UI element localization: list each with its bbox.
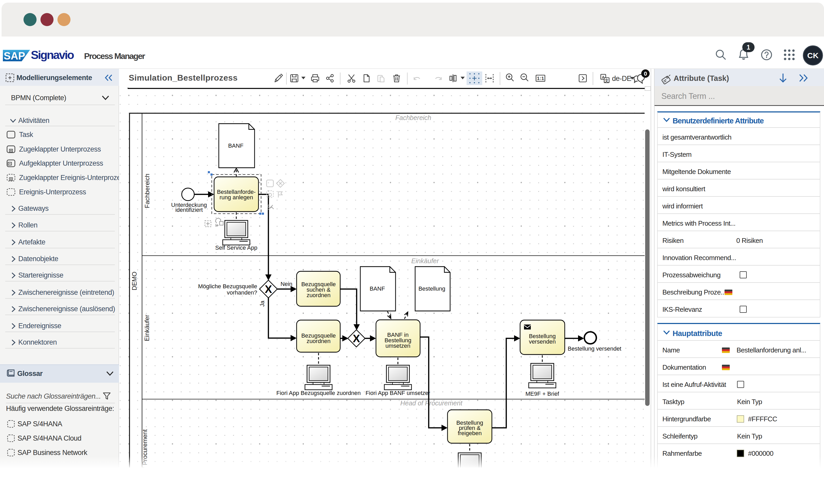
- svg-text:Nein: Nein: [281, 281, 292, 287]
- svg-text:Self Service App: Self Service App: [215, 244, 257, 251]
- svg-text:identifiziert: identifiziert: [175, 207, 203, 213]
- svg-text:rung anlegen: rung anlegen: [220, 194, 253, 201]
- svg-text:Fachbereich: Fachbereich: [395, 114, 431, 121]
- svg-text:1:1: 1:1: [537, 76, 544, 81]
- svg-text:versenden: versenden: [529, 338, 556, 345]
- svg-text:umsetzen: umsetzen: [385, 343, 410, 349]
- svg-text:Mögliche Bezugsquelle: Mögliche Bezugsquelle: [198, 283, 257, 289]
- svg-text:freigeben: freigeben: [458, 430, 482, 436]
- svg-text:Head of Procurement: Head of Procurement: [400, 399, 462, 407]
- svg-text:0: 0: [644, 71, 647, 77]
- svg-text:vorhanden?: vorhanden?: [227, 289, 257, 296]
- svg-text:Einkäufer: Einkäufer: [143, 314, 150, 341]
- svg-text:文: 文: [604, 78, 609, 83]
- svg-text:Ja: Ja: [259, 300, 266, 307]
- svg-text:DEMO: DEMO: [131, 272, 138, 290]
- svg-text:zuordnen: zuordnen: [307, 338, 330, 344]
- svg-text:zuordnen: zuordnen: [307, 292, 330, 298]
- svg-text:SAP: SAP: [4, 50, 25, 61]
- svg-text:Fachbereich: Fachbereich: [143, 174, 150, 208]
- svg-text:de-DE: de-DE: [612, 75, 631, 83]
- svg-text:Bestellung versendet: Bestellung versendet: [568, 345, 621, 352]
- svg-text:ME9F + Brief: ME9F + Brief: [526, 390, 559, 397]
- svg-text:Einkäufer: Einkäufer: [411, 257, 439, 264]
- svg-text:X: X: [353, 332, 360, 345]
- svg-text:BANF: BANF: [228, 142, 243, 149]
- svg-text:Fiori App Bezugsquelle zuordne: Fiori App Bezugsquelle zuordnen: [277, 390, 361, 396]
- svg-text:Bestellung: Bestellung: [419, 285, 445, 292]
- svg-text:Fiori App BANF umsetzer: Fiori App BANF umsetzer: [366, 390, 430, 396]
- svg-text:Signavio: Signavio: [31, 50, 74, 61]
- svg-text:BANF: BANF: [370, 285, 385, 292]
- svg-text:X: X: [265, 283, 272, 295]
